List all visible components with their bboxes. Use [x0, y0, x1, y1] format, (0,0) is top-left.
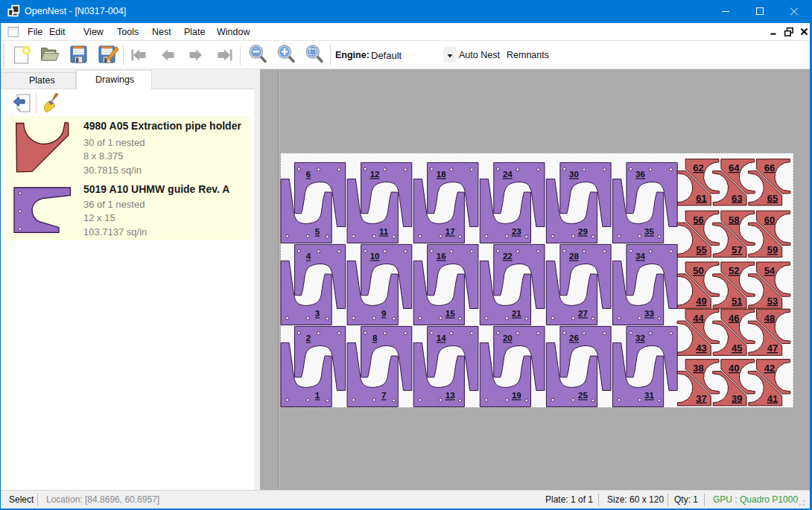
- svg-text:55: 55: [696, 244, 706, 255]
- svg-text:5: 5: [315, 227, 320, 236]
- svg-text:43: 43: [696, 342, 706, 354]
- svg-text:50: 50: [693, 265, 703, 276]
- svg-text:4: 4: [306, 252, 311, 261]
- svg-text:37: 37: [696, 393, 706, 404]
- svg-text:28: 28: [569, 252, 579, 261]
- svg-text:23: 23: [512, 227, 521, 236]
- svg-text:10: 10: [370, 252, 380, 261]
- svg-text:17: 17: [445, 227, 455, 236]
- svg-text:8: 8: [372, 334, 378, 342]
- svg-text:47: 47: [767, 342, 778, 354]
- svg-text:7: 7: [381, 391, 386, 400]
- svg-text:48: 48: [764, 313, 775, 324]
- svg-text:14: 14: [437, 334, 446, 342]
- svg-text:64: 64: [729, 162, 740, 173]
- svg-text:21: 21: [512, 309, 521, 318]
- svg-text:65: 65: [767, 193, 778, 204]
- svg-text:6: 6: [306, 170, 311, 179]
- svg-text:38: 38: [693, 363, 703, 374]
- svg-text:11: 11: [379, 227, 389, 236]
- svg-text:53: 53: [767, 296, 778, 307]
- svg-text:32: 32: [635, 334, 645, 342]
- svg-text:25: 25: [578, 391, 588, 400]
- svg-text:66: 66: [764, 162, 775, 173]
- svg-text:61: 61: [696, 193, 706, 204]
- svg-text:57: 57: [732, 244, 742, 255]
- svg-text:31: 31: [644, 391, 654, 400]
- svg-text:51: 51: [732, 296, 742, 307]
- svg-text:54: 54: [764, 265, 775, 276]
- svg-text:45: 45: [732, 342, 742, 354]
- svg-text:1: 1: [315, 391, 320, 400]
- svg-text:12: 12: [370, 170, 380, 179]
- svg-text:35: 35: [644, 227, 654, 236]
- svg-text:22: 22: [503, 252, 513, 261]
- svg-text:39: 39: [732, 393, 742, 404]
- svg-text:29: 29: [578, 227, 588, 236]
- svg-text:3: 3: [315, 309, 320, 318]
- svg-text:18: 18: [437, 170, 446, 179]
- svg-text:40: 40: [729, 363, 739, 374]
- svg-text:60: 60: [764, 214, 775, 226]
- svg-text:52: 52: [729, 265, 739, 276]
- svg-text:13: 13: [445, 391, 455, 400]
- svg-text:44: 44: [693, 313, 704, 324]
- svg-text:34: 34: [635, 252, 645, 261]
- svg-text:26: 26: [569, 334, 579, 342]
- svg-text:58: 58: [729, 214, 739, 226]
- svg-text:2: 2: [306, 334, 311, 342]
- svg-text:59: 59: [767, 244, 778, 255]
- svg-text:15: 15: [445, 309, 455, 318]
- svg-text:33: 33: [644, 309, 654, 318]
- svg-text:63: 63: [732, 193, 742, 204]
- svg-text:49: 49: [696, 296, 706, 307]
- svg-text:27: 27: [578, 309, 588, 318]
- svg-text:9: 9: [381, 309, 386, 318]
- svg-text:30: 30: [569, 170, 579, 179]
- svg-text:24: 24: [503, 170, 513, 179]
- svg-text:16: 16: [437, 252, 446, 261]
- svg-text:41: 41: [767, 393, 778, 404]
- svg-text:62: 62: [693, 162, 703, 173]
- svg-text:19: 19: [512, 391, 521, 400]
- svg-text:20: 20: [503, 334, 513, 342]
- svg-text:46: 46: [729, 313, 739, 324]
- svg-text:42: 42: [764, 363, 775, 374]
- svg-text:36: 36: [635, 170, 645, 179]
- svg-text:56: 56: [693, 214, 703, 226]
